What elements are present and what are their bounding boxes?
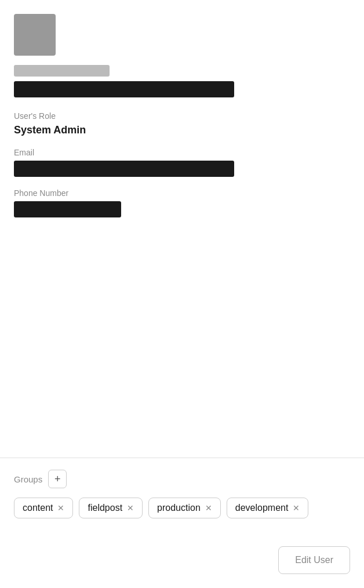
tag-development-remove[interactable]: ✕ xyxy=(293,504,300,512)
tag-production: production ✕ xyxy=(148,498,221,518)
add-group-button[interactable]: + xyxy=(48,470,67,488)
tag-content: content ✕ xyxy=(14,498,73,518)
name-placeholder xyxy=(14,65,110,77)
phone-value-bar xyxy=(14,201,121,217)
groups-header: Groups + xyxy=(14,470,350,488)
email-section: Email xyxy=(14,148,350,177)
email-value-bar xyxy=(14,161,234,177)
tag-fieldpost-remove[interactable]: ✕ xyxy=(127,504,134,512)
bottom-actions: Edit User xyxy=(0,546,364,588)
phone-label: Phone Number xyxy=(14,188,350,198)
tag-production-remove[interactable]: ✕ xyxy=(205,504,212,512)
tag-fieldpost-label: fieldpost xyxy=(88,503,122,513)
avatar xyxy=(14,14,56,56)
tag-development-label: development xyxy=(235,503,289,513)
role-value: System Admin xyxy=(14,124,350,136)
user-info-section: User's Role System Admin Email Phone Num… xyxy=(0,0,364,448)
tags-container: content ✕ fieldpost ✕ production ✕ devel… xyxy=(14,498,350,518)
tag-fieldpost: fieldpost ✕ xyxy=(79,498,143,518)
role-label: User's Role xyxy=(14,111,350,121)
edit-user-button[interactable]: Edit User xyxy=(278,546,350,574)
groups-label: Groups xyxy=(14,474,42,484)
groups-section: Groups + content ✕ fieldpost ✕ productio… xyxy=(0,458,364,546)
tag-production-label: production xyxy=(157,503,201,513)
page-container: User's Role System Admin Email Phone Num… xyxy=(0,0,364,588)
tag-development: development ✕ xyxy=(227,498,309,518)
phone-section: Phone Number xyxy=(14,188,350,217)
tag-content-label: content xyxy=(23,503,53,513)
email-label: Email xyxy=(14,148,350,157)
tag-content-remove[interactable]: ✕ xyxy=(57,504,64,512)
role-section: User's Role System Admin xyxy=(14,111,350,136)
username-placeholder xyxy=(14,81,234,97)
